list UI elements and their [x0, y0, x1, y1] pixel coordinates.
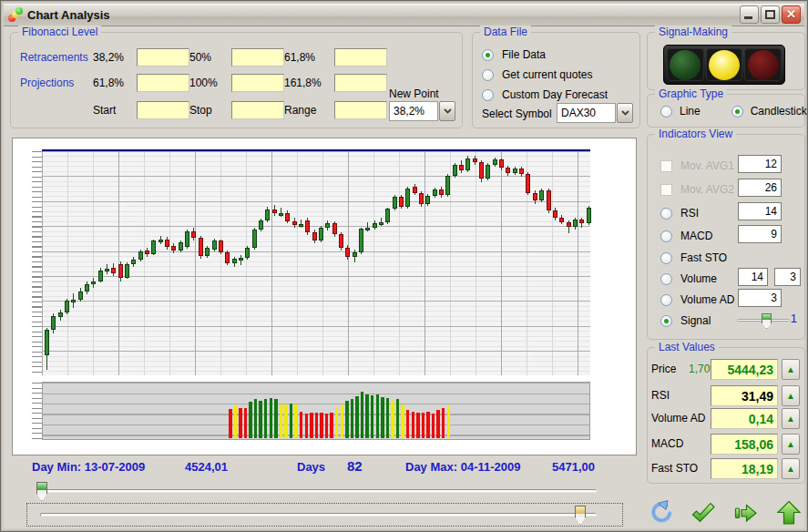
- radio-fast-sto[interactable]: [660, 252, 672, 264]
- candle-up[interactable]: [151, 240, 156, 253]
- graphic-type-option-line[interactable]: Line: [660, 105, 701, 118]
- fib-input-retracements-50[interactable]: [231, 48, 284, 66]
- data-file-option-file-data[interactable]: File Data: [482, 47, 546, 62]
- candle-down[interactable]: [473, 159, 477, 162]
- move-up-button[interactable]: [773, 498, 804, 527]
- candle-up[interactable]: [379, 222, 384, 225]
- candle-down[interactable]: [171, 246, 176, 251]
- candle-up[interactable]: [51, 316, 56, 330]
- candle-up[interactable]: [205, 248, 210, 256]
- slider-track[interactable]: [40, 513, 597, 517]
- up-trend-button-volume-ad[interactable]: ▲: [782, 408, 800, 429]
- candle-up[interactable]: [239, 258, 243, 261]
- candle-up[interactable]: [486, 165, 490, 179]
- candle-up[interactable]: [125, 264, 129, 277]
- candle-up[interactable]: [185, 231, 189, 247]
- candle-down[interactable]: [199, 238, 203, 256]
- candle-up[interactable]: [493, 159, 497, 164]
- candle-down[interactable]: [439, 189, 444, 195]
- day-slider-thumb[interactable]: [36, 482, 47, 501]
- candle-down[interactable]: [332, 223, 337, 234]
- candle-up[interactable]: [65, 301, 69, 313]
- up-trend-button-price[interactable]: ▲: [782, 359, 800, 380]
- candle-down[interactable]: [145, 251, 149, 254]
- candle-down[interactable]: [191, 231, 196, 238]
- candle-down[interactable]: [272, 210, 277, 213]
- candle-up[interactable]: [91, 281, 96, 284]
- candle-up[interactable]: [445, 176, 450, 195]
- candle-up[interactable]: [373, 223, 377, 228]
- candle-down[interactable]: [579, 220, 584, 223]
- new-point-combobox[interactable]: 38,2%: [389, 101, 455, 121]
- close-button[interactable]: ✕: [782, 5, 801, 24]
- candle-down[interactable]: [339, 234, 343, 247]
- candle-up[interactable]: [453, 165, 457, 175]
- candle-up[interactable]: [385, 209, 390, 222]
- candle-up[interactable]: [319, 228, 323, 240]
- up-trend-button-fast-sto[interactable]: ▲: [782, 458, 800, 479]
- candle-up[interactable]: [353, 252, 357, 257]
- radio-signal[interactable]: [660, 315, 672, 327]
- up-trend-button-macd[interactable]: ▲: [782, 434, 800, 455]
- day-slider[interactable]: [12, 481, 637, 503]
- checkbox-mov-avg2[interactable]: [660, 184, 672, 196]
- indicator-input-volume-2[interactable]: [774, 268, 801, 286]
- indicator-input-mov-avg1[interactable]: [738, 155, 782, 173]
- data-file-option-custom-day-forecast[interactable]: Custom Day Forecast: [482, 87, 608, 102]
- candle-down[interactable]: [225, 252, 230, 262]
- candle-down[interactable]: [547, 190, 551, 210]
- candle-up[interactable]: [359, 229, 363, 251]
- chevron-down-icon[interactable]: [617, 103, 633, 123]
- candle-up[interactable]: [245, 248, 250, 258]
- confirm-button[interactable]: [688, 498, 719, 527]
- fib-input-projections-100[interactable]: [231, 74, 284, 92]
- candle-up[interactable]: [513, 169, 517, 172]
- candlestick-plot[interactable]: [42, 149, 590, 375]
- fib-input-projections-61-8[interactable]: [137, 74, 189, 92]
- candle-down[interactable]: [345, 248, 350, 257]
- candle-up[interactable]: [71, 300, 76, 302]
- undo-button[interactable]: [645, 498, 676, 527]
- candle-up[interactable]: [265, 210, 270, 220]
- indicator-input-mov-avg2[interactable]: [738, 179, 782, 197]
- candle-down[interactable]: [479, 162, 484, 179]
- data-file-option-get-current-quotes[interactable]: Get current quotes: [482, 67, 592, 82]
- candle-down[interactable]: [553, 210, 557, 217]
- up-trend-button-rsi[interactable]: ▲: [782, 385, 800, 406]
- fib-input-projections-161-8[interactable]: [334, 74, 387, 92]
- candle-down[interactable]: [111, 268, 116, 273]
- candle-down[interactable]: [533, 193, 537, 200]
- candle-up[interactable]: [425, 196, 430, 204]
- candle-up[interactable]: [365, 228, 370, 230]
- titlebar[interactable]: Chart Analysis ✕: [4, 4, 804, 26]
- candle-up[interactable]: [232, 259, 237, 262]
- zoom-slider[interactable]: [26, 503, 623, 527]
- radio-get-current-quotes[interactable]: [482, 69, 494, 81]
- fib-input-range-range[interactable]: [334, 101, 387, 119]
- radio-candlestick[interactable]: [731, 106, 743, 118]
- candle-up[interactable]: [279, 213, 283, 216]
- candle-up[interactable]: [105, 269, 109, 271]
- radio-volume-ad[interactable]: [660, 294, 672, 306]
- candle-down[interactable]: [419, 193, 424, 203]
- candle-down[interactable]: [519, 169, 524, 174]
- candle-down[interactable]: [459, 165, 464, 170]
- candle-up[interactable]: [325, 223, 330, 228]
- maximize-button[interactable]: [761, 5, 780, 24]
- candle-up[interactable]: [573, 220, 578, 228]
- candle-up[interactable]: [131, 260, 136, 264]
- radio-macd[interactable]: [660, 230, 672, 242]
- slider-track[interactable]: [39, 489, 597, 493]
- candle-up[interactable]: [393, 197, 397, 209]
- fib-input-retracements-38-2[interactable]: [137, 48, 189, 66]
- radio-volume[interactable]: [660, 273, 672, 285]
- candle-up[interactable]: [138, 251, 143, 259]
- candle-up[interactable]: [539, 190, 544, 200]
- graphic-type-option-candlestick[interactable]: Candlestick: [731, 105, 807, 118]
- checkbox-mov-avg1[interactable]: [660, 160, 672, 172]
- candle-up[interactable]: [58, 312, 63, 316]
- candle-up[interactable]: [98, 271, 103, 281]
- step-forward-button[interactable]: [731, 498, 762, 527]
- candle-down[interactable]: [305, 220, 310, 232]
- zoom-slider-thumb[interactable]: [575, 506, 586, 525]
